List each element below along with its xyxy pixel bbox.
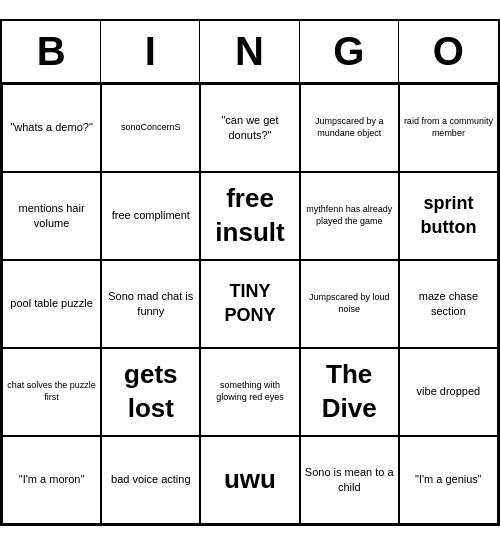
cell-text-4: raid from a community member (403, 116, 494, 139)
bingo-cell-17[interactable]: something with glowing red eyes (200, 348, 299, 436)
header-letter-g: G (300, 21, 399, 82)
bingo-cell-20[interactable]: "I'm a moron" (2, 436, 101, 524)
header-letter-o: O (399, 21, 498, 82)
cell-text-6: free compliment (112, 208, 190, 222)
cell-text-20: "I'm a moron" (19, 472, 85, 486)
bingo-cell-21[interactable]: bad voice acting (101, 436, 200, 524)
bingo-cell-13[interactable]: Jumpscared by loud noise (300, 260, 399, 348)
cell-text-5: mentions hair volume (6, 201, 97, 230)
bingo-cell-3[interactable]: Jumpscared by a mundane object (300, 84, 399, 172)
bingo-cell-14[interactable]: maze chase section (399, 260, 498, 348)
bingo-card: BINGO "whats a demo?"sonoConcernS"can we… (0, 19, 500, 526)
cell-text-24: "I'm a genius" (415, 472, 482, 486)
bingo-cell-0[interactable]: "whats a demo?" (2, 84, 101, 172)
cell-text-19: vibe dropped (417, 384, 481, 398)
bingo-cell-11[interactable]: Sono mad chat is funny (101, 260, 200, 348)
bingo-grid: "whats a demo?"sonoConcernS"can we get d… (2, 84, 498, 524)
bingo-cell-12[interactable]: TINY PONY (200, 260, 299, 348)
bingo-cell-6[interactable]: free compliment (101, 172, 200, 260)
cell-text-7: free insult (204, 182, 295, 250)
cell-text-13: Jumpscared by loud noise (304, 292, 395, 315)
header-letter-b: B (2, 21, 101, 82)
bingo-cell-5[interactable]: mentions hair volume (2, 172, 101, 260)
cell-text-16: gets lost (105, 358, 196, 426)
header-letter-n: N (200, 21, 299, 82)
bingo-cell-24[interactable]: "I'm a genius" (399, 436, 498, 524)
cell-text-15: chat solves the puzzle first (6, 380, 97, 403)
cell-text-0: "whats a demo?" (10, 120, 92, 134)
bingo-cell-22[interactable]: uwu (200, 436, 299, 524)
cell-text-2: "can we get donuts?" (204, 113, 295, 142)
cell-text-3: Jumpscared by a mundane object (304, 116, 395, 139)
cell-text-23: Sono is mean to a child (304, 465, 395, 494)
cell-text-10: pool table puzzle (10, 296, 93, 310)
bingo-cell-18[interactable]: The Dive (300, 348, 399, 436)
bingo-header: BINGO (2, 21, 498, 84)
bingo-cell-9[interactable]: sprint button (399, 172, 498, 260)
cell-text-1: sonoConcernS (121, 122, 181, 134)
cell-text-14: maze chase section (403, 289, 494, 318)
cell-text-17: something with glowing red eyes (204, 380, 295, 403)
bingo-cell-10[interactable]: pool table puzzle (2, 260, 101, 348)
cell-text-8: mythfenn has already played the game (304, 204, 395, 227)
cell-text-22: uwu (224, 463, 276, 497)
bingo-cell-8[interactable]: mythfenn has already played the game (300, 172, 399, 260)
bingo-cell-2[interactable]: "can we get donuts?" (200, 84, 299, 172)
bingo-cell-15[interactable]: chat solves the puzzle first (2, 348, 101, 436)
cell-text-18: The Dive (304, 358, 395, 426)
bingo-cell-7[interactable]: free insult (200, 172, 299, 260)
header-letter-i: I (101, 21, 200, 82)
cell-text-11: Sono mad chat is funny (105, 289, 196, 318)
bingo-cell-4[interactable]: raid from a community member (399, 84, 498, 172)
cell-text-9: sprint button (403, 192, 494, 239)
bingo-cell-1[interactable]: sonoConcernS (101, 84, 200, 172)
bingo-cell-16[interactable]: gets lost (101, 348, 200, 436)
bingo-cell-19[interactable]: vibe dropped (399, 348, 498, 436)
cell-text-12: TINY PONY (204, 280, 295, 327)
cell-text-21: bad voice acting (111, 472, 191, 486)
bingo-cell-23[interactable]: Sono is mean to a child (300, 436, 399, 524)
